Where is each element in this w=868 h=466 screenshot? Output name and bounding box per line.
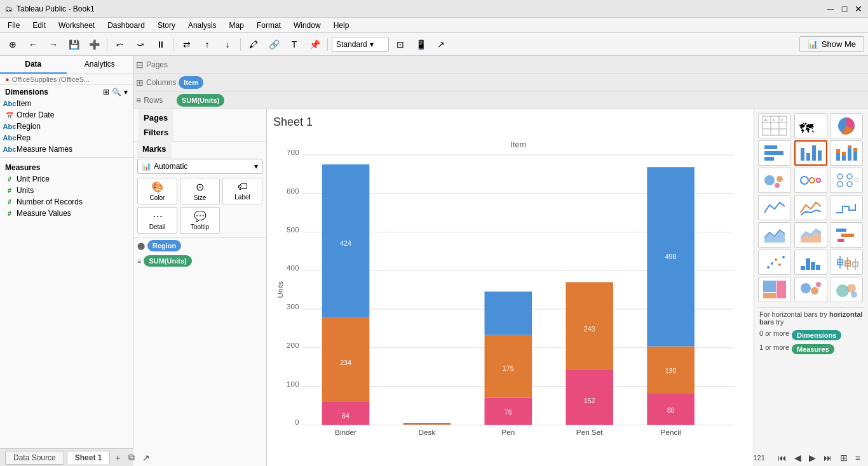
color-button[interactable]: 🎨 Color <box>137 178 177 204</box>
field-item[interactable]: 📅 Order Date <box>0 109 133 121</box>
sort-asc-button[interactable]: ↑ <box>198 36 216 53</box>
show-me-pie[interactable] <box>830 113 863 138</box>
columns-pill[interactable]: Item <box>179 76 203 89</box>
nav-prev-button[interactable]: ◀ <box>792 451 804 464</box>
sheet1-tab[interactable]: Sheet 1 <box>67 451 111 464</box>
tooltip-button[interactable]: 💬 Tooltip <box>180 207 220 234</box>
field-item[interactable]: # Unit Price <box>0 173 133 185</box>
field-item[interactable]: Abc Measure Names <box>0 143 133 155</box>
undo-button[interactable]: ⤺ <box>111 36 129 53</box>
menu-file[interactable]: File <box>3 20 25 31</box>
device-button[interactable]: 📱 <box>412 36 430 53</box>
tab-data[interactable]: Data <box>0 56 67 74</box>
show-me-line2[interactable] <box>794 195 827 220</box>
list-view-btn[interactable]: ≡ <box>853 451 863 464</box>
close-button[interactable]: ✕ <box>854 4 863 13</box>
nav-buttons: ⏮ ◀ ▶ ⏭ ⊞ ≡ <box>775 451 863 464</box>
hash-icon: # <box>5 197 14 206</box>
extract-sheet-button[interactable]: ↗ <box>140 451 153 464</box>
field-item[interactable]: Abc Item <box>0 98 133 109</box>
menu-dashboard[interactable]: Dashboard <box>102 20 150 31</box>
bar-segment <box>403 424 451 425</box>
rows-pill[interactable]: SUM(Units) <box>177 94 224 107</box>
datasource-tab[interactable]: Data Source <box>5 451 64 465</box>
highlight-button[interactable]: 🖍 <box>245 36 262 53</box>
menu-worksheet[interactable]: Worksheet <box>53 20 100 31</box>
show-me-step-line[interactable] <box>830 195 863 220</box>
show-me-area2[interactable] <box>794 222 827 248</box>
mark-field-units[interactable]: ≡ SUM(Units) <box>133 253 266 269</box>
show-me-text-table[interactable]: A12 <box>758 113 791 138</box>
new-sheet-button[interactable]: + <box>112 451 123 464</box>
save-button[interactable]: 💾 <box>65 36 83 53</box>
field-item[interactable]: # Units <box>0 185 133 196</box>
nav-next-button[interactable]: ▶ <box>806 451 818 464</box>
minimize-button[interactable]: ─ <box>826 4 835 13</box>
units-pill[interactable]: SUM(Units) <box>144 255 191 267</box>
more-icon[interactable]: ▾ <box>124 88 128 97</box>
show-me-bubbles[interactable] <box>758 168 791 193</box>
show-me-button[interactable]: 📊 Show Me <box>799 36 864 52</box>
marks-type-dropdown[interactable]: 📊 Automatic ▾ <box>137 159 262 174</box>
field-item[interactable]: # Number of Records <box>0 196 133 208</box>
show-me-line[interactable] <box>758 195 791 220</box>
menu-story[interactable]: Story <box>153 20 180 31</box>
search-icon[interactable]: 🔍 <box>112 88 121 97</box>
svg-rect-44 <box>764 151 783 155</box>
show-me-scatter[interactable] <box>758 250 791 275</box>
grid-view-icon[interactable]: ⊞ <box>103 88 109 97</box>
forward-button[interactable]: → <box>44 36 62 53</box>
label-button[interactable]: 🏷 Label <box>222 178 262 204</box>
new-button[interactable]: ⊕ <box>4 36 22 53</box>
redo-button[interactable]: ⤻ <box>132 36 149 53</box>
svg-point-59 <box>776 176 783 182</box>
back-button[interactable]: ← <box>24 36 42 53</box>
pause-button[interactable]: ⏸ <box>152 36 170 53</box>
swap-button[interactable]: ⇄ <box>178 36 196 53</box>
region-pill[interactable]: Region <box>147 240 181 251</box>
show-me-gantt[interactable] <box>830 222 863 248</box>
share-button[interactable]: ↗ <box>432 36 450 53</box>
show-me-symbol-map[interactable]: 🗺 <box>794 113 827 138</box>
tab-analytics[interactable]: Analytics <box>67 56 133 74</box>
menu-format[interactable]: Format <box>252 20 286 31</box>
field-item[interactable]: Abc Region <box>0 121 133 132</box>
abc-icon: Abc <box>5 99 14 108</box>
nav-first-button[interactable]: ⏮ <box>775 451 789 464</box>
show-me-histogram[interactable] <box>794 250 827 275</box>
add-ds-button[interactable]: ➕ <box>85 36 103 53</box>
link-button[interactable]: 🔗 <box>265 36 283 53</box>
menu-help[interactable]: Help <box>329 20 355 31</box>
nav-last-button[interactable]: ⏭ <box>821 451 835 464</box>
show-me-bubble2[interactable] <box>830 277 863 302</box>
menu-window[interactable]: Window <box>288 20 326 31</box>
view-dropdown[interactable]: Standard ▾ <box>332 37 389 52</box>
detail-button[interactable]: ⋯ Detail <box>137 207 177 234</box>
show-me-treemap[interactable] <box>758 277 791 302</box>
show-me-stacked-bars[interactable] <box>830 140 863 166</box>
text-button[interactable]: T <box>285 36 303 53</box>
show-me-packed[interactable] <box>794 277 827 302</box>
measures-title: Measures <box>5 163 40 172</box>
pin-button[interactable]: 📌 <box>306 36 323 53</box>
menu-map[interactable]: Map <box>224 20 249 31</box>
mark-field-region[interactable]: ⬤ Region <box>133 238 266 253</box>
menu-analysis[interactable]: Analysis <box>183 20 222 31</box>
show-me-extra[interactable] <box>830 168 863 193</box>
grid-view-btn[interactable]: ⊞ <box>837 451 850 464</box>
show-me-area[interactable] <box>758 222 791 248</box>
size-button[interactable]: ⊙ Size <box>180 178 220 204</box>
show-me-boxplot[interactable] <box>830 250 863 275</box>
datasource-label[interactable]: ● OfficeSupplies (OfficeS... <box>0 74 133 84</box>
menu-edit[interactable]: Edit <box>27 20 51 31</box>
field-item[interactable]: Abc Rep <box>0 132 133 143</box>
field-item[interactable]: # Measure Values <box>0 208 133 219</box>
maximize-button[interactable]: □ <box>840 4 849 13</box>
sort-desc-button[interactable]: ↓ <box>219 36 236 53</box>
fit-width-button[interactable]: ⊡ <box>391 36 409 53</box>
duplicate-sheet-button[interactable]: ⧉ <box>126 451 137 464</box>
show-me-circles[interactable] <box>794 168 827 193</box>
svg-point-95 <box>801 283 811 293</box>
show-me-vert-bars[interactable] <box>794 140 827 166</box>
show-me-horiz-bars[interactable] <box>758 140 791 166</box>
